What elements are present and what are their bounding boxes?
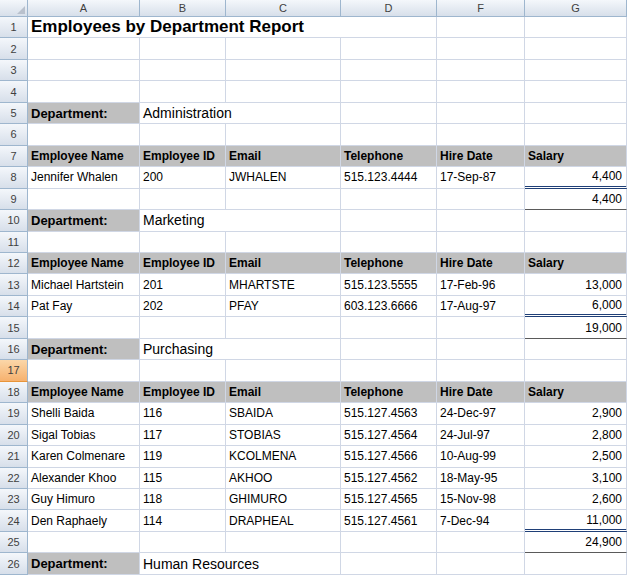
row-header-1[interactable]: 1 [0,17,28,38]
cell-D5[interactable] [341,103,437,124]
row-header-4[interactable]: 4 [0,81,28,102]
cell-D22[interactable]: 515.127.4562 [341,468,437,489]
department-name-cell-10[interactable]: Marketing [140,210,341,231]
cell-A21[interactable]: Karen Colmenare [28,446,140,467]
cell-B13[interactable]: 201 [140,274,226,295]
cell-G5[interactable] [525,103,627,124]
cell-B9[interactable] [140,189,226,210]
row-header-16[interactable]: 16 [0,339,28,360]
cell-B7[interactable]: Employee ID [140,146,226,167]
cell-D16[interactable] [341,339,437,360]
select-all-corner[interactable] [0,0,28,17]
cell-D17[interactable] [341,360,437,381]
cell-B24[interactable]: 114 [140,510,226,531]
cell-D10[interactable] [341,210,437,231]
cell-G7[interactable]: Salary [525,146,627,167]
cell-A20[interactable]: Sigal Tobias [28,425,140,446]
cell-G19[interactable]: 2,900 [525,403,627,424]
cell-G21[interactable]: 2,500 [525,446,627,467]
row-header-14[interactable]: 14 [0,296,28,317]
row-header-18[interactable]: 18 [0,382,28,403]
cell-C3[interactable] [226,60,341,81]
cell-D7[interactable]: Telephone [341,146,437,167]
cell-D14[interactable]: 603.123.6666 [341,296,437,317]
cell-C18[interactable]: Email [226,382,341,403]
cell-A23[interactable]: Guy Himuro [28,489,140,510]
cell-A19[interactable]: Shelli Baida [28,403,140,424]
cell-G1[interactable] [525,17,627,38]
cell-F1[interactable] [437,17,525,38]
cell-A24[interactable]: Den Raphaely [28,510,140,531]
cell-A6[interactable] [28,124,140,145]
cell-G25[interactable]: 24,900 [525,532,627,553]
cell-D26[interactable] [341,553,437,574]
cell-F3[interactable] [437,60,525,81]
cell-D12[interactable]: Telephone [341,253,437,274]
cell-C7[interactable]: Email [226,146,341,167]
cell-F15[interactable] [437,317,525,338]
cell-A2[interactable] [28,38,140,59]
cell-B25[interactable] [140,532,226,553]
cell-C2[interactable] [226,38,341,59]
cell-G13[interactable]: 13,000 [525,274,627,295]
cell-C25[interactable] [226,532,341,553]
cell-A14[interactable]: Pat Fay [28,296,140,317]
cell-C13[interactable]: MHARTSTE [226,274,341,295]
cell-B20[interactable]: 117 [140,425,226,446]
cell-A15[interactable] [28,317,140,338]
cell-G10[interactable] [525,210,627,231]
cell-B17[interactable] [140,360,226,381]
column-header-A[interactable]: A [28,0,140,17]
cell-A11[interactable] [28,232,140,253]
cell-G11[interactable] [525,232,627,253]
cell-G18[interactable]: Salary [525,382,627,403]
department-label-cell-26[interactable]: Department: [28,553,140,574]
cell-A3[interactable] [28,60,140,81]
cell-C14[interactable]: PFAY [226,296,341,317]
cell-G9[interactable]: 4,400 [525,189,627,210]
cell-G2[interactable] [525,38,627,59]
cell-D20[interactable]: 515.127.4564 [341,425,437,446]
row-header-12[interactable]: 12 [0,253,28,274]
cell-A18[interactable]: Employee Name [28,382,140,403]
cell-F2[interactable] [437,38,525,59]
cell-F17[interactable] [437,360,525,381]
cell-B2[interactable] [140,38,226,59]
row-header-22[interactable]: 22 [0,468,28,489]
cell-A17[interactable] [28,360,140,381]
column-header-G[interactable]: G [525,0,627,17]
cell-D6[interactable] [341,124,437,145]
row-header-2[interactable]: 2 [0,38,28,59]
cell-F23[interactable]: 15-Nov-98 [437,489,525,510]
cell-C6[interactable] [226,124,341,145]
cell-F8[interactable]: 17-Sep-87 [437,167,525,188]
cell-C9[interactable] [226,189,341,210]
cell-F16[interactable] [437,339,525,360]
column-header-D[interactable]: D [341,0,437,17]
cell-C21[interactable]: KCOLMENA [226,446,341,467]
row-header-25[interactable]: 25 [0,532,28,553]
cell-A22[interactable]: Alexander Khoo [28,468,140,489]
column-header-B[interactable]: B [140,0,226,17]
cell-D2[interactable] [341,38,437,59]
cell-D11[interactable] [341,232,437,253]
department-name-cell-16[interactable]: Purchasing [140,339,341,360]
cell-G12[interactable]: Salary [525,253,627,274]
cell-B18[interactable]: Employee ID [140,382,226,403]
cell-D23[interactable]: 515.127.4565 [341,489,437,510]
row-header-6[interactable]: 6 [0,124,28,145]
cell-F12[interactable]: Hire Date [437,253,525,274]
cell-B11[interactable] [140,232,226,253]
row-header-23[interactable]: 23 [0,489,28,510]
cell-A7[interactable]: Employee Name [28,146,140,167]
row-header-20[interactable]: 20 [0,425,28,446]
row-header-24[interactable]: 24 [0,510,28,531]
cell-A25[interactable] [28,532,140,553]
cell-F6[interactable] [437,124,525,145]
cell-F18[interactable]: Hire Date [437,382,525,403]
cell-B6[interactable] [140,124,226,145]
cell-C15[interactable] [226,317,341,338]
row-header-3[interactable]: 3 [0,60,28,81]
cell-F22[interactable]: 18-May-95 [437,468,525,489]
row-header-5[interactable]: 5 [0,103,28,124]
